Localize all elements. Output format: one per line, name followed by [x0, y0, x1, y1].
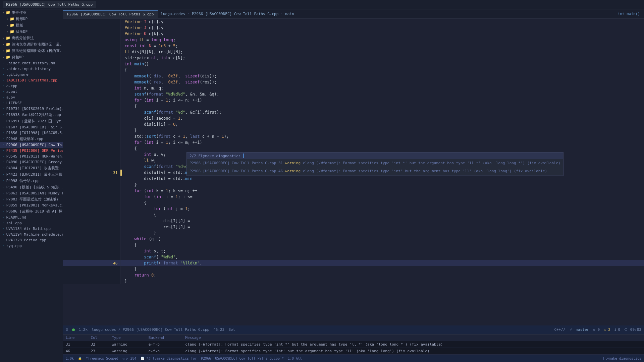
code-line: dis[v][u] = std::min: [63, 176, 644, 182]
expand-icon: ▶: [7, 17, 8, 20]
sidebar-item-uva1328[interactable]: · UVA1328 Period.cpp: [0, 237, 63, 243]
sidebar-item-p8059[interactable]: · P8059 [POI2003] Monkeys.c...: [0, 202, 63, 208]
sidebar-label: P2966 [USACO09DEC] Cow To...: [6, 143, 63, 147]
sidebar-item-p1856[interactable]: · P1856 [IOI1998] [USACO5.5..: [0, 130, 63, 136]
sidebar-item-p5490[interactable]: · P5490 [模板] 扫描线 & 矩形...: [0, 184, 63, 190]
content-area: P2966 [USACO09DEC] Cow Toll Paths G.cpp …: [63, 9, 644, 362]
sidebar-item-aout[interactable]: · a.out: [0, 89, 63, 95]
warnings: ⚠ 2: [604, 327, 610, 332]
sidebar-item-readme[interactable]: · README.md: [0, 215, 63, 220]
tab-p2966[interactable]: P2966 [USACO09DEC] Cow Toll Paths G.cpp: [63, 10, 158, 18]
diagnostic-header: 2/2 Flymake diagnostic:: [187, 153, 563, 159]
sidebar-item-uva1184[interactable]: · UVA1184 Air Raid.cpp: [0, 226, 63, 232]
file-icon: ·: [3, 137, 5, 141]
lang: C++//: [554, 327, 565, 332]
sidebar-label: 算法进阶指南图论③（树的直...: [12, 48, 63, 53]
sidebar-item-gitignore[interactable]: · .gitignore: [0, 72, 63, 77]
sidebar-item-acpp[interactable]: · a.cpp: [0, 83, 63, 89]
sidebar-item-p1607[interactable]: · P1607 [USACO09FEB] Fair S...: [0, 124, 63, 130]
file-icon: ·: [3, 221, 5, 225]
diagnostic-popup: 2/2 Flymake diagnostic: P2966 [USACO09DE…: [186, 152, 564, 176]
file-icon: ·: [3, 113, 5, 117]
sidebar-label: LICENSE: [6, 101, 22, 105]
file-icon: ·: [3, 84, 5, 88]
file-icon: ·: [3, 185, 5, 189]
sidebar-item-sol[interactable]: · sol.cpp: [0, 220, 63, 226]
file-icon: ·: [3, 215, 5, 220]
folder-icon: 📁: [10, 17, 14, 21]
user: Bot: [228, 327, 235, 332]
sidebar-item-aider-input[interactable]: · .aider.input.history: [0, 66, 63, 72]
sidebar-item-p4423[interactable]: · P4423 [BJWC2011] 最小三角形...: [0, 171, 63, 178]
cell-type: warning: [109, 348, 146, 355]
file-icon: ·: [3, 209, 5, 214]
code-line: {: [63, 145, 644, 152]
code-line: ll dis[N][N], res[N][N];: [63, 49, 644, 55]
branch-icon: ⑂: [570, 327, 572, 332]
sidebar-item-p8686[interactable]: · P8686 [蓝桥杯 2019 省 A] 标...: [0, 208, 63, 215]
sidebar-label: P8686 [蓝桥杯 2019 省 A] 标...: [6, 209, 63, 214]
sidebar-item-p2966[interactable]: · P2966 [USACO09DEC] Cow To...: [0, 142, 63, 148]
code-line: for (int j = 1;: [63, 206, 644, 212]
sidebar-item-offline[interactable]: ▶ 📁 离线分治算法: [0, 35, 63, 41]
sidebar-item-license[interactable]: · LICENSE: [0, 100, 63, 106]
sidebar-label: P10734 [NOISG2019 Prelim]...: [6, 107, 63, 111]
flymake-ref: 📄 *#Flymake diagnostics for `P2966 [USAC…: [141, 357, 284, 360]
file-icon: ·: [3, 179, 5, 183]
sidebar-label: P6062 [USACO05JAN] Muddy F...: [6, 191, 63, 195]
file-icon: ·: [3, 61, 5, 65]
sidebar-item-zyq[interactable]: · zyq.cpp: [0, 243, 63, 249]
branch: master: [576, 327, 589, 332]
expand-icon: ▶: [3, 49, 4, 52]
table-row: 31 32 warning e-f-b clang [-Wformat]: Fo…: [63, 341, 644, 348]
file-icon: ·: [3, 148, 5, 153]
sidebar-item-p16938[interactable]: · P16938 Vani和C12挑战题.cpp: [0, 112, 63, 118]
sidebar-item-apy[interactable]: · a.py: [0, 95, 63, 100]
sidebar-label: 模板: [16, 23, 23, 28]
sidebar-item-uva1194[interactable]: · UVA1194 Machine schedule.c...: [0, 232, 63, 237]
sidebar-item-graph3[interactable]: ▶ 📁 算法进阶指南图论③（树的直...: [0, 48, 63, 54]
buffer-size: 1.0k: [66, 357, 74, 360]
code-line: for (int k = 1; k <= n; ++: [63, 188, 644, 194]
sidebar-item-events[interactable]: ▶ 📁 事件作业: [0, 9, 63, 16]
sidebar-item-p4304[interactable]: · P4304 [TJOI2013] 攻击装置...: [0, 165, 63, 171]
sidebar-item-p16991[interactable]: · P16991 [蓝桥杯 2023 国 Pyt: [0, 118, 63, 124]
sidebar-item-p7883[interactable]: · P7883 平面最近点对（加强版）: [0, 196, 63, 202]
folder-icon: 📁: [6, 36, 10, 40]
col-type: Type: [109, 335, 146, 341]
sidebar-label: P4998 信号站.cpp: [6, 178, 40, 183]
sidebar-item-p4998[interactable]: · P4998 信号站.cpp: [0, 178, 63, 184]
code-line: int main(): [63, 61, 644, 67]
expand-icon: ▶: [7, 30, 8, 33]
sidebar-item-bitmasked-dp[interactable]: ▶ 📁 状压DP: [0, 28, 63, 35]
sidebar: ▶ 📁 事件作业 ▶ 📁 树形DP ▶ 📁 模板 ▶ 📁 状压DP ▶ 📁 离线…: [0, 9, 63, 362]
sidebar-item-knap-dp[interactable]: ▶ 📁 背包DP: [0, 54, 63, 60]
file-icon: ·: [3, 227, 5, 231]
sidebar-item-p3435[interactable]: · P3435 [POI2006] OKR-Period...: [0, 148, 63, 154]
code-line: while (q--): [63, 236, 644, 242]
diagnostics-table: Line Col Type Backend Message 31 32 warn…: [63, 335, 644, 355]
sidebar-item-p3545[interactable]: · P3545 [POI2012] HUR-Wareh...: [0, 154, 63, 159]
code-editor[interactable]: #define I c[i].y #define J c[j].y #defin…: [63, 19, 644, 325]
file-icon: ·: [3, 154, 5, 159]
sidebar-label: 树形DP: [16, 16, 28, 21]
code-line: for (int i = 1; i <=: [63, 194, 644, 200]
code-line: }: [63, 266, 644, 272]
sidebar-item-graph2[interactable]: ▶ 📁 算法竞赛进阶指南图论②（最...: [0, 41, 63, 48]
sidebar-item-tree-dp[interactable]: ▶ 📁 树形DP: [0, 16, 63, 22]
sidebar-label: P8059 [POI2003] Monkeys.c...: [6, 203, 63, 207]
sidebar-item-template[interactable]: ▶ 📁 模板: [0, 22, 63, 28]
code-line: for (int i = 1; i <= n; ++i): [63, 97, 644, 103]
sidebar-item-p4090[interactable]: · P4090 [USACO17DEC] Greedy...: [0, 159, 63, 165]
col-backend: Backend: [146, 335, 182, 341]
sidebar-item-p2048[interactable]: · P2048 超级钢琴.cpp: [0, 136, 63, 142]
sidebar-label: P7883 平面最近点对（加强版）: [6, 197, 60, 202]
title-tab[interactable]: P2966 [USACO09DEC] Cow Toll Paths G.cpp: [3, 1, 96, 8]
sidebar-item-p10734[interactable]: · P10734 [NOISG2019 Prelim]...: [0, 106, 63, 112]
sidebar-item-p6062[interactable]: · P6062 [USACO05JAN] Muddy F...: [0, 190, 63, 196]
sidebar-item-aider-chat[interactable]: · .aider.chat.history.md: [0, 60, 63, 66]
sidebar-item-abc115d[interactable]: · [ABC115D] Christmas.cpp: [0, 77, 63, 83]
file-icon: ·: [3, 197, 5, 201]
sidebar-label: zyq.cpp: [6, 244, 22, 248]
code-lines: #define I c[i].y #define J c[j].y #defin…: [63, 19, 644, 284]
